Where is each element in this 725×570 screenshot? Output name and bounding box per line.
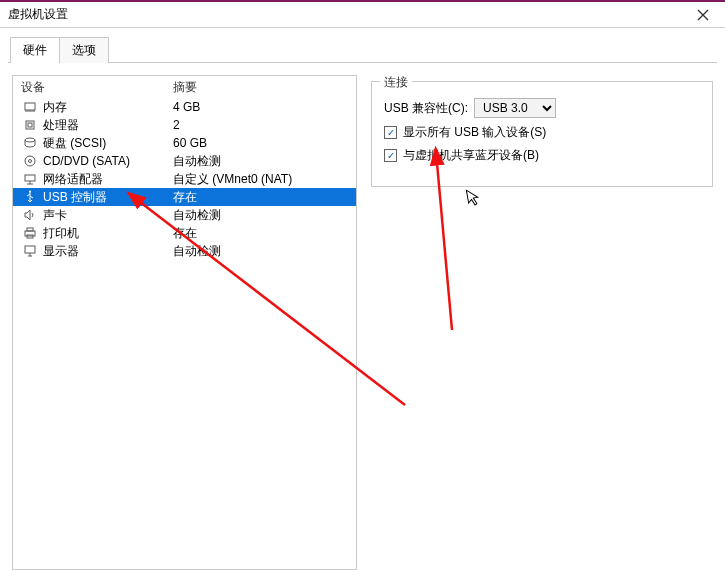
usb-compat-select[interactable]: USB 3.0 — [474, 98, 556, 118]
device-row-usb[interactable]: USB 控制器 存在 — [13, 188, 356, 206]
usb-compat-row: USB 兼容性(C): USB 3.0 — [384, 98, 700, 118]
device-name: USB 控制器 — [43, 189, 173, 206]
content-area: 设备 摘要 内存 4 GB 处理器 2 硬盘 (SCSI) 60 GB CD/D… — [0, 63, 725, 570]
svg-point-3 — [25, 138, 35, 142]
device-row-cpu[interactable]: 处理器 2 — [13, 116, 356, 134]
device-row-sound[interactable]: 声卡 自动检测 — [13, 206, 356, 224]
device-row-cd[interactable]: CD/DVD (SATA) 自动检测 — [13, 152, 356, 170]
disk-icon — [21, 135, 39, 151]
device-summary: 自动检测 — [173, 207, 356, 224]
tab-options[interactable]: 选项 — [59, 37, 109, 63]
display-icon — [21, 243, 39, 259]
usb-compat-label: USB 兼容性(C): — [384, 100, 468, 117]
close-icon — [696, 8, 710, 22]
device-name: 显示器 — [43, 243, 173, 260]
svg-point-5 — [29, 160, 32, 163]
device-row-network[interactable]: 网络适配器 自定义 (VMnet0 (NAT) — [13, 170, 356, 188]
usb-icon — [21, 189, 39, 205]
svg-rect-1 — [26, 121, 34, 129]
window-close-button[interactable] — [689, 5, 717, 25]
device-summary: 2 — [173, 118, 356, 132]
sound-icon — [21, 207, 39, 223]
title-bar: 虚拟机设置 — [0, 0, 725, 28]
column-device: 设备 — [21, 79, 173, 96]
svg-rect-2 — [28, 123, 32, 127]
svg-rect-11 — [25, 246, 35, 253]
device-summary: 自动检测 — [173, 243, 356, 260]
svg-point-7 — [29, 191, 31, 193]
memory-icon — [21, 99, 39, 115]
device-summary: 自动检测 — [173, 153, 356, 170]
show-all-usb-checkbox[interactable] — [384, 126, 397, 139]
device-name: 声卡 — [43, 207, 173, 224]
device-list-header: 设备 摘要 — [13, 76, 356, 98]
device-name: 打印机 — [43, 225, 173, 242]
device-name: CD/DVD (SATA) — [43, 154, 173, 168]
share-bluetooth-label: 与虚拟机共享蓝牙设备(B) — [403, 147, 539, 164]
device-row-disk[interactable]: 硬盘 (SCSI) 60 GB — [13, 134, 356, 152]
device-summary: 自定义 (VMnet0 (NAT) — [173, 171, 356, 188]
connection-group: 连接 USB 兼容性(C): USB 3.0 显示所有 USB 输入设备(S) … — [371, 81, 713, 187]
device-row-display[interactable]: 显示器 自动检测 — [13, 242, 356, 260]
column-summary: 摘要 — [173, 79, 356, 96]
cd-icon — [21, 153, 39, 169]
network-icon — [21, 171, 39, 187]
svg-point-4 — [25, 156, 35, 166]
device-summary: 存在 — [173, 189, 356, 206]
cpu-icon — [21, 117, 39, 133]
device-name: 硬盘 (SCSI) — [43, 135, 173, 152]
device-row-printer[interactable]: 打印机 存在 — [13, 224, 356, 242]
window-title: 虚拟机设置 — [8, 6, 68, 23]
device-summary: 存在 — [173, 225, 356, 242]
show-all-usb-label: 显示所有 USB 输入设备(S) — [403, 124, 546, 141]
device-name: 网络适配器 — [43, 171, 173, 188]
share-bluetooth-row[interactable]: 与虚拟机共享蓝牙设备(B) — [384, 147, 700, 164]
tab-hardware[interactable]: 硬件 — [10, 37, 60, 63]
device-list[interactable]: 设备 摘要 内存 4 GB 处理器 2 硬盘 (SCSI) 60 GB CD/D… — [12, 75, 357, 570]
device-summary: 4 GB — [173, 100, 356, 114]
device-name: 处理器 — [43, 117, 173, 134]
svg-rect-0 — [25, 103, 35, 110]
svg-rect-6 — [25, 175, 35, 181]
device-name: 内存 — [43, 99, 173, 116]
printer-icon — [21, 225, 39, 241]
connection-group-title: 连接 — [380, 74, 412, 91]
svg-rect-9 — [27, 228, 33, 231]
details-panel: 连接 USB 兼容性(C): USB 3.0 显示所有 USB 输入设备(S) … — [371, 75, 713, 570]
device-summary: 60 GB — [173, 136, 356, 150]
device-row-memory[interactable]: 内存 4 GB — [13, 98, 356, 116]
share-bluetooth-checkbox[interactable] — [384, 149, 397, 162]
show-all-usb-row[interactable]: 显示所有 USB 输入设备(S) — [384, 124, 700, 141]
tab-strip: 硬件 选项 — [0, 28, 725, 62]
